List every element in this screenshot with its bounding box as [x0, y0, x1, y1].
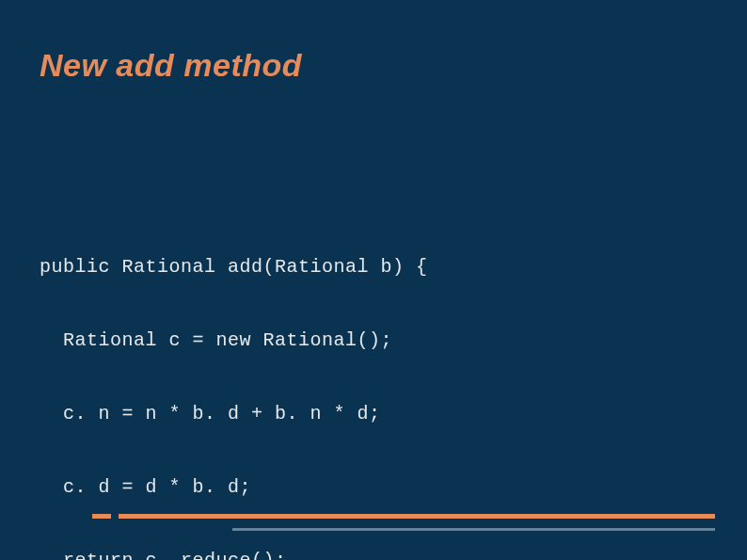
- code-line: c. d = d * b. d;: [40, 475, 707, 500]
- code-line: Rational c = new Rational();: [40, 328, 707, 353]
- code-block: public Rational add(Rational b) { Ration…: [40, 206, 707, 560]
- footer-accent-line: [119, 514, 715, 519]
- slide-container: New add method public Rational add(Ratio…: [0, 0, 747, 560]
- code-line: c. n = n * b. d + b. n * d;: [40, 402, 707, 426]
- slide-title: New add method: [40, 47, 707, 84]
- code-line: public Rational add(Rational b) {: [40, 255, 707, 280]
- code-line: return c. reduce();: [40, 549, 707, 560]
- footer-sub-line: [232, 528, 715, 531]
